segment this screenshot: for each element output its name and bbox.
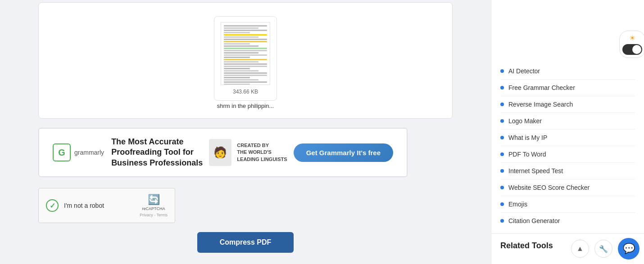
tools-list [491,4,644,6]
linguist-text: CREATED BY THE WORLD'S LEADING LINGUISTS [237,142,287,163]
tool-label: Free Grammar Checker [508,84,575,91]
recaptcha-logo-icon: 🔄 [148,194,160,206]
grammarly-tagline: The Most AccurateProofreading Tool forBu… [111,137,203,168]
bottom-floating-buttons: ▲ 🔧 💬 [571,238,639,260]
sidebar-tool-item[interactable]: PDF To Word [500,146,635,163]
tool-dot-icon [500,202,504,206]
grammarly-ad: G grammarly The Most AccurateProofreadin… [38,128,408,177]
tool-dot-icon [500,152,504,156]
sidebar-tool-item[interactable]: Citation Generator [500,213,635,229]
tool-label: PDF To Word [508,151,546,158]
chat-button[interactable]: 💬 [618,238,639,260]
recaptcha-checkmark: ✓ [46,199,59,212]
tool-dot-icon [500,119,504,123]
tool-label: Citation Generator [508,217,560,224]
tool-label: Reverse Image Search [508,101,573,108]
checkmark-icon: ✓ [50,201,55,210]
file-thumbnail [221,22,270,85]
tool-dot-icon [500,186,504,189]
grammarly-g-icon: G [53,143,71,161]
recaptcha-label: I'm not a robot [64,202,104,209]
recaptcha-left: ✓ I'm not a robot [46,199,104,212]
recaptcha-brand: reCAPTCHA [142,206,165,212]
compress-pdf-button[interactable]: Compress PDF [197,232,294,253]
sidebar-tools-container: AI DetectorFree Grammar CheckerReverse I… [491,63,644,229]
theme-toggle-switch[interactable] [622,44,642,55]
sun-icon: ☀ [629,34,635,42]
chevron-up-icon: ▲ [576,245,584,253]
sidebar-tool-item[interactable]: Website SEO Score Checker [500,179,635,196]
sidebar-tool-item[interactable]: Emojis [500,196,635,213]
person-icon: 🔧 [599,245,608,253]
sidebar-tool-item[interactable]: Free Grammar Checker [500,80,635,96]
linguist-avatar-icon: 🧑 [209,139,231,166]
scroll-to-top-button[interactable]: ▲ [571,240,589,258]
tool-label: Website SEO Score Checker [508,184,590,191]
grammarly-middle: 🧑 CREATED BY THE WORLD'S LEADING LINGUIS… [209,139,287,166]
grammarly-brand-label: grammarly [74,149,104,156]
person-icon-button[interactable]: 🔧 [594,240,612,258]
tool-dot-icon [500,69,504,73]
tool-label: What is My IP [508,134,547,141]
tool-dot-icon [500,219,504,223]
sidebar-tool-item[interactable]: What is My IP [500,130,635,146]
sidebar-tool-item[interactable]: Internet Speed Test [500,163,635,179]
tool-dot-icon [500,103,504,106]
sidebar-tool-item[interactable]: AI Detector [500,63,635,80]
sidebar-tool-item[interactable]: Logo Maker [500,113,635,130]
file-preview-area: 343.66 KB shrm in the philippin... [38,2,453,119]
file-name: shrm in the philippin... [217,103,274,109]
grammarly-logo: G grammarly [53,143,104,161]
tool-dot-icon [500,136,504,139]
sidebar: ☀ AI DetectorFree Grammar CheckerReverse… [491,0,644,264]
tool-label: AI Detector [508,67,540,75]
file-card: 343.66 KB [214,16,277,101]
grammarly-left: G grammarly The Most AccurateProofreadin… [53,137,203,168]
file-size: 343.66 KB [233,89,258,95]
chat-icon: 💬 [623,243,635,255]
tool-dot-icon [500,86,504,89]
tool-dot-icon [500,169,504,173]
toggle-knob [632,45,641,54]
tool-label: Emojis [508,201,527,208]
recaptcha-widget: ✓ I'm not a robot 🔄 reCAPTCHA Privacy - … [38,188,175,223]
tool-label: Internet Speed Test [508,167,563,175]
sidebar-tool-item[interactable]: Reverse Image Search [500,96,635,113]
recaptcha-right: 🔄 reCAPTCHA Privacy - Terms [140,194,168,217]
get-grammarly-button[interactable]: Get Grammarly It's free [294,143,393,162]
recaptcha-privacy-links: Privacy - Terms [140,213,168,217]
tool-label: Logo Maker [508,117,542,125]
